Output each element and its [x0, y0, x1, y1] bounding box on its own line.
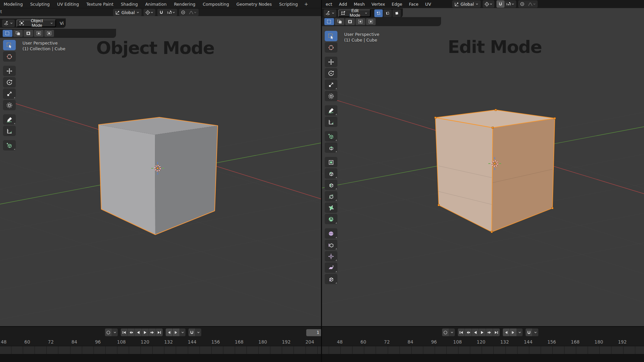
menu-vertex[interactable]: Vertex	[368, 2, 388, 7]
snap-settings-dropdown[interactable]	[165, 9, 177, 16]
add-cube-tool[interactable]	[325, 131, 337, 141]
playback-options[interactable]	[517, 328, 523, 336]
play-button[interactable]	[142, 328, 149, 336]
select-mode-intersect[interactable]	[44, 30, 54, 37]
add-workspace-button[interactable]: +	[302, 1, 311, 7]
play-reverse-button[interactable]	[135, 328, 142, 336]
rotate-tool[interactable]	[325, 68, 337, 78]
menu-uv[interactable]: UV	[422, 2, 435, 7]
auto-keying-options[interactable]	[112, 328, 118, 336]
smooth-tool[interactable]	[325, 228, 337, 239]
knife-tool[interactable]	[325, 191, 337, 201]
measure-tool[interactable]	[325, 117, 337, 127]
transform-tool[interactable]	[3, 100, 16, 110]
workspace-tab-uv-editing[interactable]: UV Editing	[53, 2, 83, 7]
measure-tool[interactable]	[3, 126, 16, 136]
workspace-tab-sculpting[interactable]: Sculpting	[26, 2, 53, 7]
snap-toggle-button[interactable]	[157, 9, 165, 16]
scale-tool[interactable]	[3, 88, 16, 99]
next-frame-button[interactable]	[173, 328, 180, 336]
mode-dropdown[interactable]: Edit Mode	[338, 9, 371, 17]
workspace-tab-texture-paint[interactable]: Texture Paint	[83, 2, 117, 7]
timeline-snap-options[interactable]	[533, 328, 538, 336]
cursor-tool[interactable]	[325, 42, 337, 53]
transform-orientation-dropdown[interactable]: Global	[452, 0, 481, 8]
cube-object[interactable]	[99, 117, 218, 235]
previous-keyframe-button[interactable]	[465, 328, 472, 336]
pivot-point-button[interactable]	[483, 0, 494, 8]
scale-tool[interactable]	[325, 79, 337, 90]
loop-cut-tool[interactable]	[325, 180, 337, 190]
transform-tool[interactable]	[325, 91, 337, 101]
shrink-fatten-tool[interactable]	[325, 251, 337, 261]
rotate-tool[interactable]	[3, 77, 16, 87]
previous-frame-button[interactable]	[166, 328, 173, 336]
edge-select-mode[interactable]	[383, 9, 392, 17]
annotate-tool[interactable]	[325, 105, 337, 116]
menu-face[interactable]: Face	[406, 2, 422, 7]
select-mode-extend[interactable]	[13, 30, 23, 37]
proportional-edit-toggle[interactable]	[179, 9, 187, 16]
viewport-3d-object-mode[interactable]: Object Mode Vi User Perspective (1) Coll…	[0, 16, 322, 326]
select-mode-set[interactable]	[3, 30, 12, 37]
timeline-track-area[interactable]	[322, 346, 644, 354]
timeline-ruler[interactable]: 4860728496108120132144156168180192204	[0, 338, 322, 346]
select-box-tool[interactable]	[325, 31, 337, 41]
cursor-tool[interactable]	[3, 51, 16, 62]
extrude-region-tool[interactable]	[325, 142, 337, 153]
inset-faces-tool[interactable]	[325, 157, 337, 167]
menu-mesh[interactable]: Mesh	[351, 2, 368, 7]
jump-to-end-button[interactable]	[493, 328, 500, 336]
view-menu-truncated[interactable]: Vi	[60, 21, 64, 26]
timeline-snap-button[interactable]	[189, 328, 196, 336]
select-mode-subtract[interactable]	[345, 18, 355, 25]
select-mode-extend[interactable]	[335, 18, 344, 25]
proportional-falloff-dropdown[interactable]	[187, 9, 199, 16]
shear-tool[interactable]	[325, 262, 337, 273]
select-box-tool[interactable]	[3, 40, 16, 50]
select-mode-invert[interactable]	[356, 18, 365, 25]
editor-type-dropdown[interactable]	[2, 19, 15, 27]
timeline-snap-options[interactable]	[196, 328, 201, 336]
mode-dropdown[interactable]: Object Mode	[16, 19, 56, 27]
workspace-tab-scripting[interactable]: Scripting	[275, 2, 302, 7]
snap-settings-dropdown[interactable]	[504, 0, 516, 8]
workspace-tab-animation[interactable]: Animation	[142, 2, 170, 7]
editor-type-dropdown[interactable]	[324, 9, 336, 17]
auto-keying-options[interactable]	[449, 328, 455, 336]
jump-to-start-button[interactable]	[121, 328, 128, 336]
pivot-point-button[interactable]	[144, 9, 155, 16]
menu-edge[interactable]: Edge	[388, 2, 406, 7]
edge-slide-tool[interactable]	[325, 240, 337, 250]
play-reverse-button[interactable]	[472, 328, 479, 336]
move-tool[interactable]	[325, 57, 337, 67]
current-frame-field[interactable]: 1	[306, 329, 322, 336]
jump-to-start-button[interactable]	[458, 328, 465, 336]
transform-orientation-dropdown[interactable]: Global	[113, 9, 142, 16]
workspace-tab-compositing[interactable]: Compositing	[199, 2, 233, 7]
previous-keyframe-button[interactable]	[128, 328, 135, 336]
timeline-snap-button[interactable]	[526, 328, 533, 336]
proportional-edit-toggle[interactable]	[518, 0, 526, 8]
select-mode-invert[interactable]	[34, 30, 44, 37]
rip-region-tool[interactable]	[325, 274, 337, 284]
menu-ect[interactable]: ect	[322, 2, 335, 7]
proportional-falloff-dropdown[interactable]	[526, 0, 538, 8]
face-select-mode[interactable]	[392, 9, 401, 17]
bevel-tool[interactable]	[325, 168, 337, 179]
move-tool[interactable]	[3, 66, 16, 76]
annotate-tool[interactable]	[3, 114, 16, 125]
jump-to-end-button[interactable]	[156, 328, 163, 336]
auto-keying-button[interactable]	[105, 328, 112, 336]
viewport-3d-edit-mode[interactable]: Edit Mode User Perspective (1) Cube | Cu…	[322, 8, 644, 326]
next-keyframe-button[interactable]	[149, 328, 156, 336]
timeline-track-area[interactable]	[0, 346, 322, 354]
select-mode-intersect[interactable]	[366, 18, 376, 25]
select-mode-set[interactable]	[324, 18, 334, 25]
workspace-tab-geometry-nodes[interactable]: Geometry Nodes	[233, 2, 275, 7]
previous-frame-button[interactable]	[503, 328, 510, 336]
playback-options[interactable]	[180, 328, 185, 336]
timeline-ruler[interactable]: 4860728496108120132144156168180192	[322, 338, 644, 346]
next-keyframe-button[interactable]	[486, 328, 493, 336]
next-frame-button[interactable]	[510, 328, 517, 336]
